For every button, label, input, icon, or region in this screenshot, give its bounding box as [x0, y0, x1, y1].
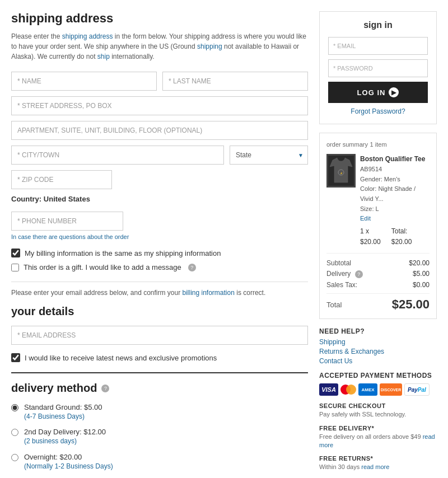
country-label: Country:	[11, 195, 41, 203]
shipping-title: shipping address	[11, 11, 308, 26]
shipping-link[interactable]: shipping address	[62, 32, 113, 40]
state-select[interactable]: State ALAKAZCA COFLGANY TX	[230, 146, 308, 165]
delivery-option-standard: Standard Ground: $5.00 (4-7 Business Day…	[11, 403, 308, 421]
forgot-password-link[interactable]: Forgot Password?	[328, 107, 428, 115]
first-name-field[interactable]	[11, 72, 157, 91]
gift-help-icon[interactable]: ?	[188, 264, 196, 271]
signin-title: sign in	[328, 20, 428, 30]
apt-input[interactable]	[11, 121, 308, 140]
zip-row	[11, 170, 308, 189]
delivery-help-icon[interactable]: ?	[101, 385, 109, 392]
payment-methods-title: ACCEPTED PAYMENT METHODS	[319, 372, 437, 379]
tax-label: Sales Tax:	[326, 281, 357, 289]
delivery-summary-help-icon[interactable]: ?	[355, 270, 363, 278]
delivery-label-twoday: 2nd Day Delivery: $12.00 (2 business day…	[24, 428, 106, 446]
ship-link[interactable]: ship	[97, 53, 110, 60]
divider-1	[11, 282, 308, 282]
billing-same-label: My billing information is the same as my…	[25, 249, 221, 257]
product-edit-link[interactable]: Edit	[360, 215, 371, 222]
product-details: Boston Qualifier Tee AB9514 Gender: Men'…	[360, 154, 430, 247]
email-input[interactable]	[11, 326, 308, 345]
gift-label: This order is a gift. I would like to ad…	[24, 263, 181, 271]
help-section: NEED HELP? Shipping Returns & Exchanges …	[319, 327, 437, 365]
product-image: ⚡	[326, 154, 356, 188]
phone-row	[11, 212, 308, 231]
delivery-options: Standard Ground: $5.00 (4-7 Business Day…	[11, 403, 308, 478]
product-color: Color: Night Shade / Vivid Y...	[360, 184, 430, 204]
billing-same-row: My billing information is the same as my…	[11, 249, 308, 257]
billing-link[interactable]: billing information	[183, 289, 235, 297]
product-name: Boston Qualifier Tee	[360, 154, 430, 165]
delivery-option-twoday: 2nd Day Delivery: $12.00 (2 business day…	[11, 428, 308, 446]
first-name-input[interactable]	[11, 72, 157, 91]
login-button-label: LOG IN	[357, 88, 386, 97]
zip-input[interactable]	[11, 170, 112, 189]
news-row: I would like to receive latest news and …	[11, 353, 308, 362]
divider-2	[11, 372, 308, 373]
total-label: Total	[326, 301, 342, 309]
product-total: Total: $20.00	[391, 226, 430, 247]
delivery-header: delivery method ?	[11, 382, 308, 395]
name-row	[11, 72, 308, 91]
main-content: shipping address Please enter the shippi…	[11, 11, 308, 478]
country-row: Country: United States	[11, 195, 308, 203]
login-arrow-icon: ▶	[389, 87, 399, 97]
your-details-title: your details	[11, 305, 308, 318]
free-returns-link[interactable]: read more	[361, 463, 389, 470]
help-title: NEED HELP?	[319, 327, 437, 335]
state-field[interactable]: State ALAKAZCA COFLGANY TX	[230, 146, 308, 165]
city-state-row: State ALAKAZCA COFLGANY TX	[11, 146, 308, 165]
street-row	[11, 96, 308, 115]
product-size: Size: L	[360, 204, 430, 214]
city-input[interactable]	[11, 146, 224, 165]
free-returns-title: FREE RETURNS*	[319, 455, 437, 462]
city-field[interactable]	[11, 146, 224, 165]
product-qty-price: 1 x $20.00 Total: $20.00	[360, 226, 430, 247]
order-summary-box: order summary 1 item ⚡ Boston Qualifier …	[319, 133, 437, 319]
ground-link[interactable]: shipping	[197, 43, 222, 50]
secure-checkout-desc: Pay safely with SSL technology.	[319, 410, 437, 419]
delivery-radio-standard[interactable]	[11, 404, 18, 411]
signin-password[interactable]	[328, 59, 428, 77]
secure-checkout-title: SECURE CHECKOUT	[319, 402, 437, 409]
summary-tax: Sales Tax: $0.00	[326, 281, 430, 289]
signin-email[interactable]	[328, 37, 428, 55]
sign-in-box: sign in LOG IN ▶ Forgot Password?	[319, 11, 437, 124]
free-delivery-section: FREE DELIVERY* Free delivery on all orde…	[319, 425, 437, 450]
delivery-label: Delivery ?	[326, 270, 363, 278]
order-summary-header: order summary 1 item	[326, 140, 430, 148]
product-sku: AB9514	[360, 165, 430, 175]
news-checkbox[interactable]	[11, 353, 20, 362]
free-returns-desc: Within 30 days read more	[319, 463, 437, 471]
help-shipping-link[interactable]: Shipping	[319, 338, 437, 346]
apt-row	[11, 121, 308, 140]
page-wrapper: shipping address Please enter the shippi…	[0, 0, 448, 478]
last-name-input[interactable]	[162, 72, 308, 91]
street-input[interactable]	[11, 96, 308, 115]
visa-icon: VISA	[319, 383, 338, 396]
billing-same-checkbox[interactable]	[11, 249, 20, 257]
delivery-radio-twoday[interactable]	[11, 429, 18, 436]
help-returns-link[interactable]: Returns & Exchanges	[319, 348, 437, 355]
gift-checkbox[interactable]	[11, 264, 19, 271]
summary-delivery: Delivery ? $5.00	[326, 270, 430, 278]
billing-note: Please enter your email address below, a…	[11, 289, 308, 297]
product-row: ⚡ Boston Qualifier Tee AB9514 Gender: Me…	[326, 154, 430, 254]
product-gender: Gender: Men's	[360, 175, 430, 185]
amex-icon: AMEX	[358, 383, 377, 396]
country-value: United States	[44, 195, 90, 203]
email-row	[11, 326, 308, 345]
street-field[interactable]	[11, 96, 308, 115]
svg-text:⚡: ⚡	[340, 172, 343, 175]
phone-hint: In case there are questions about the or…	[11, 233, 308, 240]
last-name-field[interactable]	[162, 72, 308, 91]
apt-field[interactable]	[11, 121, 308, 140]
summary-total: Total $25.00	[326, 293, 430, 312]
phone-input[interactable]	[11, 212, 123, 231]
delivery-radio-overnight[interactable]	[11, 454, 18, 461]
delivery-value: $5.00	[413, 270, 430, 278]
login-button[interactable]: LOG IN ▶	[328, 82, 428, 103]
payment-icons: VISA AMEX DISCOVER PayPal	[319, 383, 437, 396]
help-contact-link[interactable]: Contact Us	[319, 357, 437, 365]
sidebar: sign in LOG IN ▶ Forgot Password? order …	[319, 11, 437, 478]
